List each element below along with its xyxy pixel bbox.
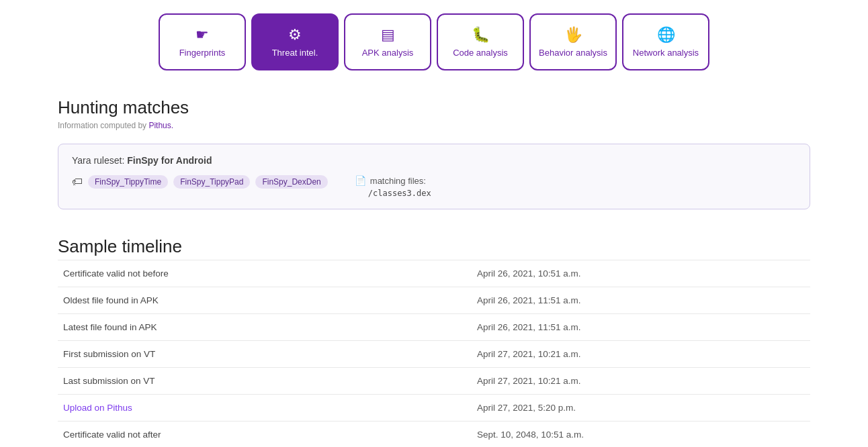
gear-icon: ⚙ — [288, 26, 302, 44]
tab-label-apk-analysis: APK analysis — [362, 48, 414, 58]
tab-label-code-analysis: Code analysis — [453, 48, 508, 58]
file-icon: 📄 — [355, 175, 366, 186]
table-row: Certificate valid not beforeApril 26, 20… — [58, 260, 810, 287]
table-row: Latest file found in APKApril 26, 2021, … — [58, 314, 810, 341]
tab-label-fingerprints: Fingerprints — [179, 48, 226, 58]
globe-icon: 🌐 — [657, 26, 675, 44]
table-row: First submission on VTApril 27, 2021, 10… — [58, 341, 810, 368]
timeline-row-label: First submission on VT — [58, 341, 472, 368]
hunting-matches-title: Hunting matches — [58, 97, 810, 118]
hunting-matches-section: Hunting matches Information computed by … — [58, 97, 810, 209]
yara-ruleset-name: FinSpy for Android — [127, 155, 212, 166]
tab-label-behavior-analysis: Behavior analysis — [539, 48, 607, 58]
yara-body: 🏷 FinSpy_TippyTimeFinSpy_TippyPadFinSpy_… — [72, 175, 796, 198]
hand-icon: 🖐 — [564, 26, 582, 44]
timeline-row-value: Sept. 10, 2048, 10:51 a.m. — [472, 421, 810, 448]
matching-file-path: /classes3.dex — [355, 189, 431, 198]
timeline-row-value: April 27, 2021, 10:21 a.m. — [472, 341, 810, 368]
sample-timeline-section: Sample timeline Certificate valid not be… — [58, 236, 810, 447]
tag-badge-finspy_tippytime: FinSpy_TippyTime — [88, 175, 168, 189]
timeline-row-value: April 26, 2021, 11:51 a.m. — [472, 314, 810, 341]
timeline-row-label: Certificate valid not after — [58, 421, 472, 448]
timeline-row-value: April 26, 2021, 11:51 a.m. — [472, 287, 810, 314]
hunting-subtitle: Information computed by Pithus. — [58, 121, 810, 130]
sample-timeline-title: Sample timeline — [58, 236, 810, 257]
fingerprint-icon: ☛ — [196, 26, 209, 44]
table-row: Oldest file found in APKApril 26, 2021, … — [58, 287, 810, 314]
timeline-row-label[interactable]: Upload on Pithus — [58, 395, 472, 421]
timeline-row-label: Oldest file found in APK — [58, 287, 472, 314]
tab-threat-intel[interactable]: ⚙Threat intel. — [251, 13, 339, 70]
table-row: Upload on PithusApril 27, 2021, 5:20 p.m… — [58, 395, 810, 421]
apk-icon: ▤ — [381, 26, 395, 44]
yara-title: Yara ruleset: FinSpy for Android — [72, 155, 796, 166]
table-row: Last submission on VTApril 27, 2021, 10:… — [58, 368, 810, 395]
pithus-link[interactable]: Pithus. — [148, 121, 173, 130]
tag-badge-finspy_dexden: FinSpy_DexDen — [255, 175, 327, 189]
tab-label-threat-intel: Threat intel. — [272, 48, 318, 58]
tab-network-analysis[interactable]: 🌐Network analysis — [622, 13, 709, 70]
timeline-row-value: April 27, 2021, 10:21 a.m. — [472, 368, 810, 395]
timeline-table: Certificate valid not beforeApril 26, 20… — [58, 260, 810, 447]
tab-apk-analysis[interactable]: ▤APK analysis — [344, 13, 431, 70]
bug-icon: 🐛 — [472, 26, 490, 44]
tab-behavior-analysis[interactable]: 🖐Behavior analysis — [529, 13, 617, 70]
yara-card: Yara ruleset: FinSpy for Android 🏷 FinSp… — [58, 144, 810, 209]
table-row: Certificate valid not afterSept. 10, 204… — [58, 421, 810, 448]
tab-label-network-analysis: Network analysis — [633, 48, 699, 58]
timeline-row-label: Certificate valid not before — [58, 260, 472, 287]
matching-files-label: matching files: — [370, 176, 426, 186]
timeline-row-label: Latest file found in APK — [58, 314, 472, 341]
timeline-row-value: April 26, 2021, 10:51 a.m. — [472, 260, 810, 287]
matching-files: 📄 matching files: /classes3.dex — [355, 175, 431, 198]
timeline-row-value: April 27, 2021, 5:20 p.m. — [472, 395, 810, 421]
tag-badge-finspy_tippypad: FinSpy_TippyPad — [173, 175, 250, 189]
tab-navigation: ☛Fingerprints⚙Threat intel.▤APK analysis… — [58, 13, 810, 70]
tab-code-analysis[interactable]: 🐛Code analysis — [437, 13, 524, 70]
tags-container: 🏷 FinSpy_TippyTimeFinSpy_TippyPadFinSpy_… — [72, 175, 328, 189]
timeline-row-label: Last submission on VT — [58, 368, 472, 395]
tag-icon: 🏷 — [72, 176, 83, 188]
tab-fingerprints[interactable]: ☛Fingerprints — [159, 13, 246, 70]
